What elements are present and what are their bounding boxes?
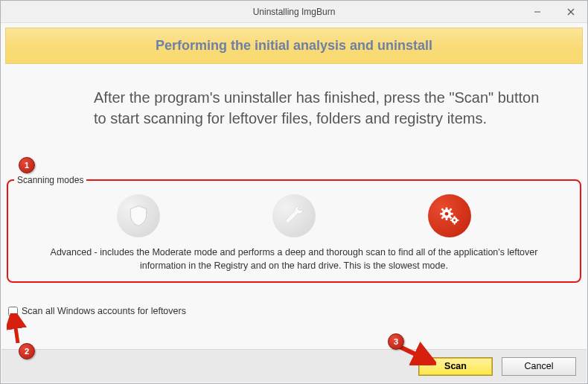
annotation-badge-2: 2 — [19, 343, 35, 359]
scanning-modes-group: Scanning modes — [7, 179, 581, 283]
svg-rect-16 — [450, 220, 453, 221]
footer-bar: Scan Cancel — [1, 349, 587, 383]
svg-line-20 — [398, 346, 426, 359]
mode-safe-button[interactable] — [117, 194, 160, 237]
svg-point-12 — [445, 212, 449, 216]
gears-icon — [438, 204, 461, 228]
window-controls — [520, 1, 587, 23]
minimize-button[interactable] — [520, 1, 554, 23]
scan-all-accounts-label[interactable]: Scan all Windows accounts for leftovers — [22, 306, 186, 316]
svg-line-19 — [14, 318, 18, 343]
banner-text: Performing the initial analysis and unin… — [156, 38, 432, 54]
svg-rect-17 — [457, 220, 459, 221]
window-title: Uninstalling ImgBurn — [253, 7, 336, 17]
mode-description: Advanced - includes the Moderate mode an… — [16, 242, 572, 274]
mode-advanced-button[interactable] — [428, 194, 471, 237]
scanning-modes-legend: Scanning modes — [14, 175, 86, 185]
svg-rect-6 — [441, 213, 444, 215]
wrench-icon — [282, 204, 306, 228]
svg-point-18 — [454, 220, 456, 222]
uninstaller-window: Uninstalling ImgBurn Performing the init… — [0, 0, 588, 384]
annotation-badge-1: 1 — [19, 157, 35, 173]
annotation-badge-3: 3 — [388, 333, 404, 350]
titlebar[interactable]: Uninstalling ImgBurn — [1, 1, 587, 23]
svg-rect-4 — [446, 208, 448, 211]
instruction-text: After the program's uninstaller has fini… — [94, 87, 543, 129]
svg-rect-7 — [450, 213, 453, 215]
cancel-button[interactable]: Cancel — [502, 357, 576, 376]
svg-rect-14 — [454, 216, 456, 218]
close-button[interactable] — [554, 1, 587, 23]
modes-row — [16, 188, 572, 242]
annotation-arrow-2 — [7, 313, 29, 345]
banner: Performing the initial analysis and unin… — [5, 28, 583, 64]
scan-all-accounts-row: Scan all Windows accounts for leftovers — [8, 306, 186, 316]
svg-rect-15 — [454, 223, 456, 225]
content-area: After the program's uninstaller has fini… — [1, 68, 587, 136]
mode-moderate-button[interactable] — [272, 194, 316, 237]
shield-icon — [127, 204, 150, 228]
svg-rect-5 — [446, 217, 448, 220]
